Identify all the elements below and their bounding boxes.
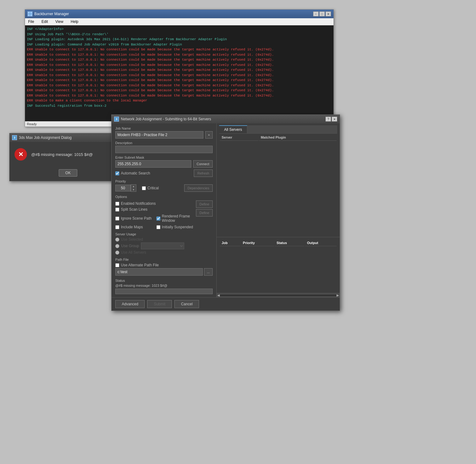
- refresh-button[interactable]: Refresh: [194, 170, 213, 177]
- priority-input[interactable]: [115, 185, 131, 191]
- error-ok-button[interactable]: OK: [59, 169, 77, 177]
- options-row: Enabled Notifications Split Scan Lines I…: [115, 200, 213, 229]
- ignore-scene-path-label: Ignore Scene Path: [121, 216, 151, 221]
- job-table: Job Priority Status Output: [219, 239, 337, 247]
- use-all-servers-radio[interactable]: [115, 251, 119, 255]
- error-dialog-body: ✕ @#$ missing message: 1015 $#@: [10, 142, 126, 167]
- close-button[interactable]: ✕: [325, 11, 331, 16]
- maximize-button[interactable]: □: [319, 11, 325, 16]
- menu-file[interactable]: File: [26, 19, 36, 24]
- job-name-plus-button[interactable]: +: [205, 131, 213, 139]
- dependencies-button[interactable]: Dependencies: [184, 184, 213, 192]
- status-message: @#$ missing message: 1023 $#@: [115, 284, 213, 287]
- use-alternate-path-row: Use Alternate Path File: [115, 263, 213, 267]
- use-selected-label: Use Selected: [121, 237, 143, 242]
- include-maps-checkbox[interactable]: [115, 225, 119, 229]
- svg-rect-1: [30, 12, 32, 14]
- options-label: Options: [115, 195, 213, 199]
- nja-help-button[interactable]: ?: [325, 117, 331, 122]
- horizontal-scrollbar[interactable]: ◀ ▶: [217, 293, 340, 297]
- nja-body: Job Name + Description Enter Subnet Mask…: [112, 123, 340, 297]
- menu-edit[interactable]: Edit: [40, 19, 50, 24]
- col-matched-plugin: Matched Plugin: [259, 134, 337, 141]
- subnet-row: Connect: [115, 160, 213, 168]
- nja-close-button[interactable]: ✕: [332, 117, 337, 122]
- priority-down-button[interactable]: ▼: [131, 188, 136, 191]
- nja-footer: Advanced Submit Cancel: [112, 297, 340, 311]
- col-server: Server: [220, 134, 258, 141]
- enabled-notifications-checkbox[interactable]: [115, 202, 119, 206]
- include-maps-row: Include Maps: [115, 225, 155, 229]
- ignore-scene-path-checkbox[interactable]: [115, 217, 119, 221]
- options-checks: Enabled Notifications Split Scan Lines I…: [115, 200, 196, 229]
- nja-title-icon: 3: [114, 117, 119, 122]
- initially-suspended-checkbox[interactable]: [156, 225, 160, 229]
- use-alternate-path-checkbox[interactable]: [115, 263, 119, 267]
- scroll-right-btn[interactable]: ▶: [337, 294, 339, 297]
- subnet-label: Enter Subnet Mask: [115, 156, 213, 159]
- enabled-notifications-label: Enabled Notifications: [121, 201, 156, 206]
- tab-bar: All Servers: [219, 125, 337, 134]
- menu-view[interactable]: View: [53, 19, 65, 24]
- window-controls: − □ ✕: [313, 11, 331, 16]
- col-output: Output: [305, 240, 337, 246]
- use-group-radio[interactable]: [115, 244, 119, 248]
- job-name-input[interactable]: [115, 131, 203, 139]
- automatic-search-checkbox[interactable]: [115, 171, 119, 175]
- use-group-row: Use Group: [115, 243, 213, 249]
- menu-help[interactable]: Help: [69, 19, 80, 24]
- path-input-row: ...: [115, 268, 213, 276]
- connect-button[interactable]: Connect: [193, 160, 213, 168]
- define-scan-button[interactable]: Define: [196, 209, 213, 217]
- nja-title: Network Job Assignment - Submitting to 6…: [121, 117, 211, 121]
- col-status: Status: [275, 240, 305, 246]
- critical-row: Critical: [142, 186, 159, 190]
- scroll-left-btn[interactable]: ◀: [217, 294, 220, 297]
- svg-rect-3: [30, 14, 32, 16]
- job-name-row: +: [115, 131, 213, 139]
- tab-all-servers[interactable]: All Servers: [219, 125, 247, 133]
- backburner-manager-window: Backburner Manager − □ ✕ File Edit View …: [25, 9, 334, 127]
- error-message: @#$ missing message: 1015 $#@: [31, 152, 93, 157]
- server-table: Server Matched Plugin: [219, 134, 337, 141]
- split-scan-lines-label: Split Scan Lines: [121, 207, 147, 212]
- define-notifications-button[interactable]: Define: [196, 200, 213, 208]
- description-label: Description: [115, 141, 213, 145]
- nja-dialog: 3 Network Job Assignment - Submitting to…: [111, 114, 340, 311]
- description-input[interactable]: [115, 146, 213, 153]
- col-priority: Priority: [241, 240, 274, 246]
- group-dropdown[interactable]: [141, 243, 184, 249]
- split-scan-lines-row: Split Scan Lines: [115, 207, 196, 212]
- status-text: Ready: [27, 122, 37, 126]
- use-all-servers-label: Use All Servers: [121, 250, 146, 255]
- priority-label: Priority: [115, 179, 213, 183]
- rendered-frame-window-checkbox[interactable]: [156, 217, 160, 221]
- status-section-label: Status: [115, 279, 213, 282]
- server-usage-group: Use Selected Use Group Use All Servers: [115, 237, 213, 255]
- log-area: INF </AdapterInfo>INF Using Job Path '\\…: [25, 25, 334, 121]
- svg-rect-2: [28, 14, 30, 16]
- use-all-servers-row: Use All Servers: [115, 250, 213, 255]
- use-selected-radio[interactable]: [115, 238, 119, 242]
- path-input[interactable]: [115, 268, 203, 276]
- critical-checkbox[interactable]: [142, 186, 146, 190]
- priority-up-button[interactable]: ▲: [131, 185, 136, 188]
- scroll-track: [220, 294, 337, 297]
- priority-spinner-btns: ▲ ▼: [131, 184, 136, 192]
- col-job: Job: [220, 240, 240, 246]
- subnet-input[interactable]: [115, 160, 191, 168]
- priority-spinner: ▲ ▼: [115, 184, 136, 192]
- submit-button[interactable]: Submit: [147, 300, 172, 308]
- nja-titlebar: 3 Network Job Assignment - Submitting to…: [112, 115, 340, 123]
- split-scan-lines-checkbox[interactable]: [115, 208, 119, 212]
- path-file-label: Path File: [115, 258, 213, 261]
- error-dialog-footer: OK: [10, 167, 126, 181]
- rendered-frame-window-label: Rendered Frame Window: [162, 214, 196, 223]
- cancel-button[interactable]: Cancel: [174, 300, 199, 308]
- nja-controls: ? ✕: [325, 117, 337, 122]
- automatic-search-label: Automatic Search: [121, 171, 150, 175]
- advanced-button[interactable]: Advanced: [115, 300, 145, 308]
- server-usage-label: Server Usage: [115, 232, 213, 236]
- minimize-button[interactable]: −: [313, 11, 319, 16]
- browse-button[interactable]: ...: [204, 268, 213, 276]
